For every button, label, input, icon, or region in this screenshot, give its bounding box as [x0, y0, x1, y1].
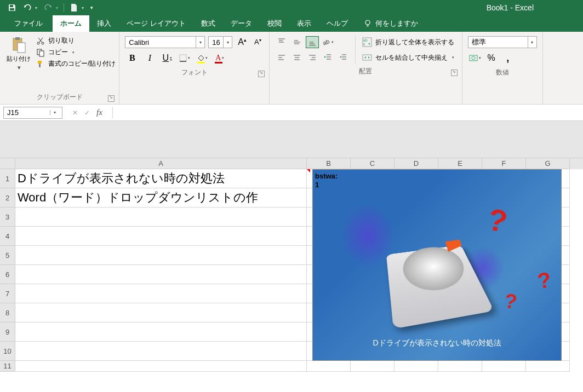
font-launcher[interactable]: [258, 71, 265, 77]
tab-help[interactable]: ヘルプ: [319, 15, 356, 32]
bold-button[interactable]: B: [125, 51, 139, 65]
underline-button[interactable]: U▾: [160, 51, 174, 65]
font-color-button[interactable]: A ▾: [213, 51, 227, 65]
align-top-button[interactable]: [275, 36, 288, 48]
cell-A8[interactable]: [15, 303, 307, 322]
cut-button[interactable]: 切り取り: [36, 36, 116, 45]
cancel-formula-button[interactable]: ✕: [72, 109, 78, 117]
fill-color-button[interactable]: ▾: [195, 51, 209, 65]
select-all-corner[interactable]: [0, 158, 15, 169]
align-bottom-button[interactable]: [306, 36, 319, 48]
comment-popup[interactable]: bstwa:1 ? ? ? Dドライブが表示されない時の対処法: [312, 169, 562, 361]
comment-indicator[interactable]: [307, 169, 310, 172]
cell-A7[interactable]: [15, 284, 307, 303]
row-header-5[interactable]: 5: [0, 246, 15, 265]
tab-home[interactable]: ホーム: [53, 15, 89, 32]
cell-A11[interactable]: [15, 361, 307, 372]
grow-font-button[interactable]: A▴: [236, 37, 249, 47]
font-name-dropdown[interactable]: ▾: [196, 37, 204, 48]
alignment-launcher[interactable]: [451, 70, 458, 76]
col-header-E[interactable]: E: [438, 158, 482, 169]
undo-button[interactable]: [20, 1, 35, 14]
row-header-7[interactable]: 7: [0, 284, 15, 303]
name-box[interactable]: ▾: [3, 107, 62, 119]
wrap-text-button[interactable]: abc 折り返して全体を表示する: [360, 36, 456, 48]
tab-pagelayout[interactable]: ページ レイアウト: [119, 15, 193, 32]
copy-button[interactable]: コピー ▾: [36, 48, 116, 57]
redo-dropdown[interactable]: ▾: [56, 5, 61, 10]
new-doc-button[interactable]: [66, 1, 82, 14]
row-header-6[interactable]: 6: [0, 265, 15, 284]
col-header-A[interactable]: A: [15, 158, 307, 169]
paste-button[interactable]: 貼り付け ▾: [3, 34, 34, 91]
cell-A4[interactable]: [15, 227, 307, 246]
tab-data[interactable]: データ: [223, 15, 260, 32]
insert-function-button[interactable]: fx: [96, 108, 102, 117]
redo-button[interactable]: [41, 1, 56, 14]
tell-me[interactable]: 何をしますか: [356, 15, 426, 32]
undo-dropdown[interactable]: ▾: [35, 5, 41, 10]
font-size-dropdown[interactable]: ▾: [223, 37, 232, 48]
new-doc-dropdown[interactable]: ▾: [82, 5, 87, 10]
group-font: ▾ ▾ A▴ A▾ B I U▾ ▾ ▾: [119, 32, 269, 104]
qat-customize[interactable]: ▾: [87, 1, 96, 14]
row-header-4[interactable]: 4: [0, 227, 15, 246]
row-header-3[interactable]: 3: [0, 207, 15, 227]
clipboard-launcher[interactable]: [108, 95, 115, 102]
cell-A1[interactable]: Dドライブが表示されない時の対処法: [15, 169, 307, 188]
cell-A6[interactable]: [15, 265, 307, 284]
increase-indent-button[interactable]: [336, 51, 350, 64]
align-center-button[interactable]: [290, 51, 304, 64]
paste-dropdown[interactable]: ▾: [18, 64, 21, 71]
accounting-button[interactable]: ▾: [468, 51, 482, 65]
font-size-combo[interactable]: ▾: [208, 36, 232, 48]
tab-review[interactable]: 校閲: [260, 15, 289, 32]
comma-button[interactable]: ,: [501, 51, 515, 65]
row-header-2[interactable]: 2: [0, 188, 15, 207]
row-header-11[interactable]: 11: [0, 361, 15, 372]
percent-button[interactable]: %: [484, 51, 499, 65]
money-icon: [469, 54, 478, 62]
col-header-G[interactable]: G: [526, 158, 570, 169]
col-header-C[interactable]: C: [351, 158, 395, 169]
tab-formulas[interactable]: 数式: [193, 15, 223, 32]
cell-A3[interactable]: [15, 207, 307, 227]
align-middle-button[interactable]: [290, 36, 304, 48]
enter-formula-button[interactable]: ✓: [84, 109, 90, 117]
merge-center-button[interactable]: セルを結合して中央揃え ▾: [360, 51, 456, 64]
formula-input[interactable]: [112, 107, 583, 119]
name-box-dropdown[interactable]: ▾: [50, 110, 59, 115]
row-header-9[interactable]: 9: [0, 322, 15, 342]
cell-A10[interactable]: [15, 342, 307, 361]
font-name-combo[interactable]: ▾: [125, 36, 205, 48]
align-left-button[interactable]: [275, 51, 288, 64]
border-button[interactable]: ▾: [178, 51, 192, 65]
name-box-input[interactable]: [4, 108, 50, 117]
number-format-input[interactable]: [468, 38, 528, 47]
font-name-input[interactable]: [125, 38, 196, 47]
col-header-D[interactable]: D: [395, 158, 438, 169]
font-size-input[interactable]: [209, 38, 223, 47]
format-painter-button[interactable]: 書式のコピー/貼り付け: [36, 59, 116, 68]
row-header-8[interactable]: 8: [0, 303, 15, 322]
cell-A2[interactable]: Word（ワード）ドロップダウンリストの作: [15, 188, 307, 207]
copy-dropdown[interactable]: ▾: [72, 50, 75, 55]
align-right-button[interactable]: [306, 51, 319, 64]
italic-button[interactable]: I: [142, 51, 157, 65]
number-format-combo[interactable]: ▾: [468, 36, 537, 48]
cell-A9[interactable]: [15, 322, 307, 342]
tab-insert[interactable]: 挿入: [89, 15, 119, 32]
merge-dropdown[interactable]: ▾: [452, 55, 454, 60]
row-header-1[interactable]: 1: [0, 169, 15, 188]
tab-file[interactable]: ファイル: [4, 15, 53, 32]
save-button[interactable]: [4, 1, 20, 14]
decrease-indent-button[interactable]: [321, 51, 334, 64]
col-header-B[interactable]: B: [307, 158, 351, 169]
row-header-10[interactable]: 10: [0, 342, 15, 361]
col-header-F[interactable]: F: [482, 158, 526, 169]
tab-view[interactable]: 表示: [289, 15, 319, 32]
orientation-button[interactable]: ab▾: [321, 36, 334, 48]
shrink-font-button[interactable]: A▾: [252, 38, 264, 46]
cell-A5[interactable]: [15, 246, 307, 265]
number-format-dropdown[interactable]: ▾: [528, 37, 536, 48]
